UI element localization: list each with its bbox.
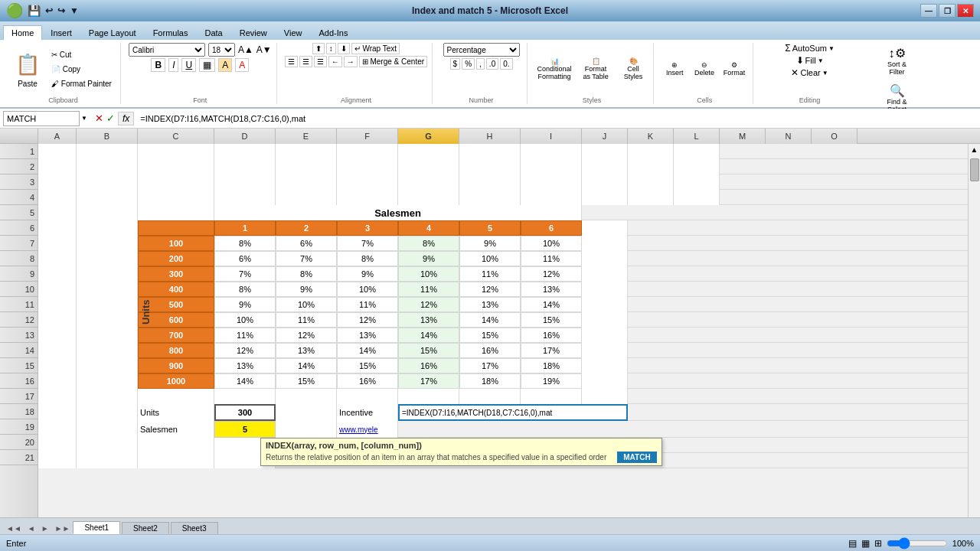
cell-h3[interactable] — [459, 174, 521, 190]
cell-d1[interactable] — [214, 144, 276, 159]
cell-f4[interactable] — [337, 190, 398, 205]
cell-g8[interactable]: 9% — [398, 251, 459, 266]
col-header-k[interactable]: K — [628, 129, 674, 144]
cell-h8[interactable]: 10% — [459, 251, 521, 266]
minimize-button[interactable]: — — [920, 4, 937, 18]
autosum-dropdown[interactable]: ▼ — [828, 45, 835, 52]
cell-d6-1[interactable]: 1 — [214, 220, 276, 236]
cell-f11[interactable]: 11% — [337, 297, 398, 312]
dec-dec-button[interactable]: 0. — [500, 58, 512, 70]
align-top-button[interactable]: ⬆ — [312, 43, 325, 54]
italic-button[interactable]: I — [168, 58, 178, 72]
cell-j12[interactable] — [582, 312, 628, 328]
align-right-button[interactable]: ☰ — [314, 56, 327, 67]
restore-button[interactable]: ❐ — [939, 4, 956, 18]
sheet-nav-prev[interactable]: ◄ — [24, 523, 38, 534]
cell-a16[interactable] — [38, 373, 77, 389]
increase-indent-button[interactable]: → — [344, 56, 358, 67]
cell-j11[interactable] — [582, 297, 628, 312]
cell-e6-2[interactable]: 2 — [276, 220, 337, 236]
tab-addins[interactable]: Add-Ins — [310, 25, 356, 40]
cell-b21[interactable] — [77, 453, 138, 468]
cell-h2[interactable] — [459, 159, 521, 174]
cell-i12[interactable]: 15% — [521, 312, 582, 328]
cell-c3[interactable] — [138, 174, 214, 190]
cell-h15[interactable]: 17% — [459, 358, 521, 373]
font-size-dec[interactable]: A▼ — [256, 44, 272, 55]
col-header-e[interactable]: E — [276, 129, 337, 144]
cell-k1[interactable] — [628, 144, 674, 159]
cell-e7[interactable]: 6% — [276, 236, 337, 251]
align-middle-button[interactable]: ↕ — [326, 43, 336, 54]
cell-i3[interactable] — [521, 174, 582, 190]
quick-undo[interactable]: ↩ — [45, 5, 53, 16]
row-header-3[interactable]: 3 — [0, 174, 38, 190]
tab-pagelayout[interactable]: Page Layout — [80, 25, 145, 40]
cell-d12[interactable]: 10% — [214, 312, 276, 328]
fill-button[interactable]: Fill — [805, 56, 816, 65]
cell-d16[interactable]: 14% — [214, 373, 276, 389]
cell-e14[interactable]: 13% — [276, 343, 337, 358]
cell-e3[interactable] — [276, 174, 337, 190]
cell-f3[interactable] — [337, 174, 398, 190]
cell-j8[interactable] — [582, 251, 628, 266]
cell-d11[interactable]: 9% — [214, 297, 276, 312]
cell-a17[interactable] — [38, 389, 77, 404]
cell-h16[interactable]: 18% — [459, 373, 521, 389]
cell-c1[interactable] — [138, 144, 214, 159]
cell-a19[interactable] — [38, 421, 77, 438]
cell-i16[interactable]: 19% — [521, 373, 582, 389]
cell-e12[interactable]: 11% — [276, 312, 337, 328]
cell-a11[interactable] — [38, 297, 77, 312]
cell-f8[interactable]: 8% — [337, 251, 398, 266]
cell-g6-4[interactable]: 4 — [398, 220, 459, 236]
row-header-18[interactable]: 18 — [0, 404, 38, 419]
cell-c6[interactable] — [138, 220, 214, 236]
fill-dropdown[interactable]: ▼ — [818, 57, 824, 64]
cell-c5[interactable] — [138, 205, 214, 220]
cell-i1[interactable] — [521, 144, 582, 159]
cell-d13[interactable]: 11% — [214, 328, 276, 343]
cell-f14[interactable]: 14% — [337, 343, 398, 358]
cell-a4[interactable] — [38, 190, 77, 205]
cell-l3[interactable] — [674, 174, 720, 190]
col-header-i[interactable]: I — [521, 129, 582, 144]
cell-c17[interactable] — [138, 389, 214, 404]
cell-f19-url[interactable]: www.myele — [337, 421, 398, 438]
cell-j17[interactable] — [582, 389, 628, 404]
cell-g14[interactable]: 15% — [398, 343, 459, 358]
cell-d9[interactable]: 7% — [214, 266, 276, 282]
cell-b5[interactable] — [77, 205, 138, 220]
cell-f17[interactable] — [337, 389, 398, 404]
cell-d2[interactable] — [214, 159, 276, 174]
cell-g9[interactable]: 10% — [398, 266, 459, 282]
cell-b16[interactable] — [77, 373, 138, 389]
cell-a20[interactable] — [38, 438, 77, 453]
sheet-tab-1[interactable]: Sheet1 — [73, 521, 120, 534]
row-header-12[interactable]: 12 — [0, 312, 38, 328]
cell-a15[interactable] — [38, 358, 77, 373]
cell-c9-300[interactable]: 300 — [138, 266, 214, 282]
cell-c18-units-label[interactable]: Units — [138, 404, 214, 421]
align-left-button[interactable]: ☰ — [285, 56, 298, 67]
cell-c16-1000[interactable]: 1000 — [138, 373, 214, 389]
tab-view[interactable]: View — [276, 25, 311, 40]
cell-h12[interactable]: 14% — [459, 312, 521, 328]
row-header-9[interactable]: 9 — [0, 266, 38, 282]
cell-i15[interactable]: 18% — [521, 358, 582, 373]
cell-a1[interactable] — [38, 144, 77, 159]
cell-f6-3[interactable]: 3 — [337, 220, 398, 236]
cell-c10-400[interactable]: 400 — [138, 282, 214, 297]
row-header-20[interactable]: 20 — [0, 435, 38, 450]
cell-a13[interactable] — [38, 328, 77, 343]
col-header-a[interactable]: A — [38, 129, 77, 144]
scrollbar-thumb[interactable] — [970, 158, 979, 181]
cell-d19-salesmen-value[interactable]: 5 — [214, 421, 276, 438]
match-help-button[interactable]: MATCH — [617, 452, 656, 463]
sort-filter-button[interactable]: ↕⚙ Sort &Filter — [883, 43, 911, 79]
cell-j4[interactable] — [582, 190, 628, 205]
col-header-c[interactable]: C — [138, 129, 214, 144]
cell-f15[interactable]: 15% — [337, 358, 398, 373]
sheet-tab-2[interactable]: Sheet2 — [122, 522, 169, 534]
cell-b3[interactable] — [77, 174, 138, 190]
